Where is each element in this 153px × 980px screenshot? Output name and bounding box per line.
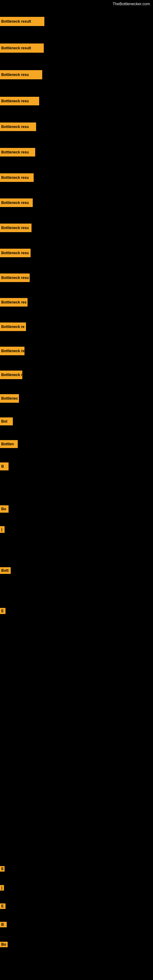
bar-item: Bottleneck result — [0, 17, 45, 26]
bar-item: | — [0, 526, 5, 533]
site-title: TheBottlenecker.com — [0, 0, 153, 8]
bar-item: E — [0, 866, 5, 872]
bar-item: Bo — [0, 505, 9, 513]
bar-item: Bottleneck resu — [0, 70, 42, 79]
bar-label: Bot — [0, 417, 13, 425]
bar-item: Bott — [0, 567, 11, 574]
bar-label: Bottleneck re — [0, 347, 24, 355]
bar-label: Bottleneck result — [0, 17, 45, 26]
bar-item: Bottleneck re — [0, 347, 24, 355]
bar-label: Bottleneck re — [0, 323, 26, 331]
bar-label: Bott — [0, 567, 11, 574]
bar-item: Bottleneck resu — [0, 199, 33, 207]
bar-label: B — [0, 463, 9, 470]
bar-label: E — [0, 866, 5, 872]
bar-item: Bottleneck re — [0, 323, 26, 331]
bar-label: Bottleneck result — [0, 43, 44, 52]
bar-item: E — [0, 608, 5, 614]
bar-label: Bottleneck resu — [0, 199, 33, 207]
bar-label: E — [0, 608, 5, 614]
bar-item: Bottleneck res — [0, 298, 27, 307]
bar-item: Bottlenec — [0, 394, 19, 403]
bar-label: E — [0, 904, 5, 909]
bar-item: Bo — [0, 942, 8, 947]
bar-item: Bottleneck resu — [0, 274, 30, 282]
bar-label: Bottleneck resu — [0, 70, 42, 79]
bar-item: Bot — [0, 417, 13, 425]
bar-label: Bottleneck resu — [0, 224, 32, 232]
bar-label: Bottleneck r — [0, 371, 22, 379]
bar-label: Bottlen — [0, 440, 18, 448]
bar-label: Bottleneck res — [0, 298, 27, 307]
bar-item: Bottleneck r — [0, 371, 22, 379]
bar-label: Bo — [0, 942, 8, 947]
bar-label: Bottleneck resu — [0, 123, 36, 131]
bar-label: Bottleneck resu — [0, 148, 35, 156]
bar-item: Bottleneck resu — [0, 224, 32, 232]
bar-item: Bottleneck resu — [0, 97, 39, 105]
bar-item: Bottlen — [0, 440, 18, 448]
bar-item: E — [0, 904, 5, 909]
bar-label: Bottleneck resu — [0, 249, 30, 257]
bar-label: B — [0, 922, 7, 928]
bar-item: Bottleneck resu — [0, 249, 30, 257]
bar-item: B — [0, 463, 9, 470]
bar-label: | — [0, 885, 4, 891]
bar-item: Bottleneck resu — [0, 173, 33, 182]
bar-label: Bottleneck resu — [0, 97, 39, 105]
bar-label: | — [0, 526, 5, 533]
bar-item: | — [0, 885, 4, 891]
bar-label: Bottleneck resu — [0, 173, 33, 182]
bar-item: Bottleneck resu — [0, 123, 36, 131]
bar-item: Bottleneck result — [0, 43, 44, 52]
bar-item: Bottleneck resu — [0, 148, 35, 156]
bar-label: Bo — [0, 505, 9, 513]
bar-label: Bottlenec — [0, 394, 19, 403]
bar-item: B — [0, 922, 7, 928]
bar-label: Bottleneck resu — [0, 274, 30, 282]
